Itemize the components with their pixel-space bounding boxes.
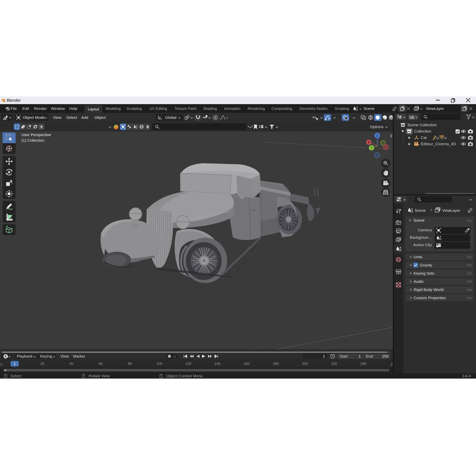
svg-text:Z: Z xyxy=(376,134,378,137)
svg-text:Y: Y xyxy=(370,146,373,150)
svg-text:X: X xyxy=(368,141,370,144)
